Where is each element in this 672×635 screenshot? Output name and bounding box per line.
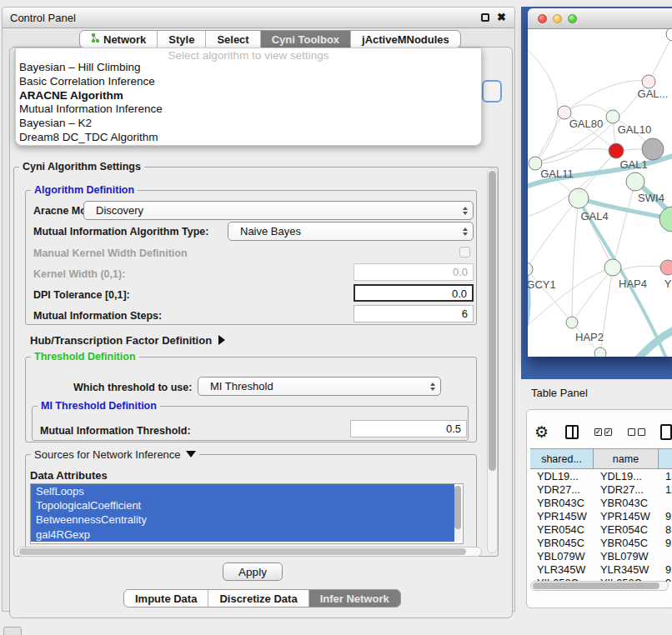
unchecked-boxes-icon[interactable] [628,428,645,436]
inference-combo-fragment[interactable] [482,80,502,102]
attribute-item-selected[interactable]: gal4RGexp [31,528,454,542]
attribute-item-selected[interactable]: SelfLoops [31,484,454,498]
table-row[interactable]: YDR27...YDR27...12 [530,482,672,496]
tab-jactivemnodules[interactable]: jActiveMNodules [350,31,460,48]
node-gal-top[interactable] [642,75,655,88]
table-horizontal-scrollbar[interactable] [530,581,669,591]
tab-label: Select [217,33,248,46]
spinner-icon [458,207,473,215]
bottom-tab-infer-network[interactable]: Infer Network [308,590,400,607]
mac-close-button[interactable] [538,14,547,23]
collapsed-arrow-icon[interactable] [218,335,225,345]
manual-kernel-width-checkbox[interactable] [459,247,470,258]
node-bottom[interactable] [594,348,606,357]
node-big-green[interactable] [659,207,672,232]
node-HAP2[interactable] [566,317,578,328]
table-row[interactable]: YLR345WYLR345W9. [530,563,672,577]
tab-style[interactable]: Style [157,31,205,48]
node-SWI4[interactable] [626,172,644,191]
node-GAL1[interactable] [609,143,624,158]
gear-icon[interactable]: ⚙ [534,422,549,442]
table-cell: YPR145W [594,510,659,522]
table-cell: YER054C [594,523,659,536]
mi-threshold-field[interactable]: 0.5 [350,420,467,438]
table-row[interactable]: YPR145WYPR145W9. [530,509,672,522]
algorithm-option[interactable]: Bayesian – K2 [16,117,481,131]
expanded-arrow-icon[interactable] [186,451,196,458]
bottom-tab-discretize-data[interactable]: Discretize Data [208,590,308,607]
bottom-tab-impute-data[interactable]: Impute Data [124,590,208,607]
settings-vertical-scrollbar[interactable] [487,168,498,553]
attribute-item-selected[interactable]: BetweennessCentrality [31,512,454,527]
mac-minimize-button[interactable] [553,14,562,23]
node-top-partial[interactable] [666,29,672,41]
algorithm-popup: Select algorithm to view settings Bayesi… [15,48,482,146]
table-row[interactable]: YBR043CYBR043C [530,496,672,509]
mi-steps-field[interactable]: 6 [354,305,474,322]
network-canvas[interactable]: GAL...GAL80GAL10GAL1GAL11SWI4GAL4GCY1HAP… [528,29,672,357]
mac-zoom-button[interactable] [568,14,577,23]
settings-horizontal-scrollbar[interactable] [17,547,482,557]
node-GAL4-label: GAL4 [580,210,608,222]
node-GAL1-label: GAL1 [619,158,647,171]
sources-title[interactable]: Sources for Network Inference [31,448,199,461]
node-GAL4[interactable] [569,188,589,208]
checked-boxes-icon[interactable]: ✓✓ [594,428,612,436]
node-GCY1[interactable] [528,262,533,276]
tab-select[interactable]: Select [205,31,259,48]
table-row[interactable]: YBL079WYBL079W [530,550,672,563]
tab-network[interactable]: Network [80,31,157,48]
tab-cyni-toolbox[interactable]: Cyni Toolbox [260,31,350,48]
apply-button[interactable]: Apply [223,562,283,581]
dpi-tolerance-field[interactable]: 0.0 [354,284,474,302]
node-GAL80-label: GAL80 [569,118,603,130]
table-row[interactable]: YBR045CYBR045C9. [530,536,672,549]
table-cell: 9. [659,537,672,549]
table-row[interactable]: YER054CYER054C8. [530,522,672,536]
table-cell: 8. [659,523,672,536]
node-HAP4[interactable] [604,259,621,276]
algorithm-option[interactable]: Bayesian – Hill Climbing [16,61,481,75]
split-columns-icon[interactable] [565,425,579,439]
algorithm-option[interactable]: ARACNE Algorithm [16,89,481,103]
dpi-tolerance-label: DPI Tolerance [0,1]: [33,289,130,301]
list-scrollbar[interactable] [454,486,461,541]
algorithm-option[interactable]: Mutual Information Inference [16,102,481,117]
table-row[interactable]: YDL19...YDL19...13 [530,469,672,482]
document-icon[interactable] [660,424,672,440]
node-GAL11-label: GAL11 [540,168,574,180]
node-GAL10[interactable] [606,110,619,123]
aracne-mode-combo[interactable]: Discovery [83,201,474,220]
table-rows: YDL19...YDL19...13YDR27...YDR27...12YBR0… [530,469,672,582]
node-table: shared...name YDL19...YDL19...13YDR27...… [530,448,672,582]
table-cell: YDR27... [530,483,594,496]
algorithm-option[interactable]: Dream8 DC_TDC Algorithm [16,131,481,145]
table-cell: YDL19... [594,470,659,482]
column-header[interactable] [659,449,672,468]
node-gray[interactable] [642,138,664,160]
node-pink-right[interactable] [660,260,672,275]
mi-threshold-label: Mutual Information Threshold: [40,425,191,437]
network-window: GAL...GAL80GAL10GAL1GAL11SWI4GAL4GCY1HAP… [528,8,672,357]
partial-button[interactable] [3,627,22,635]
tab-label: jActiveMNodules [362,33,449,46]
which-threshold-combo[interactable]: MI Threshold [198,377,441,396]
table-toolbar: ⚙ ✓✓ [531,419,672,444]
kernel-width-field[interactable]: 0.0 [354,263,474,281]
mi-algorithm-type-combo[interactable]: Naive Bayes [228,222,474,241]
mi-steps-label: Mutual Information Steps: [33,310,162,322]
column-header[interactable]: shared... [530,449,594,468]
algorithm-definition-title: Algorithm Definition [31,184,138,196]
float-icon[interactable] [481,13,489,22]
table-panel-title: Table Panel [531,387,588,399]
attribute-item-selected[interactable]: TopologicalCoefficient [31,498,454,512]
close-icon[interactable]: ✖ [497,12,506,23]
algorithm-option[interactable]: Basic Correlation Inference [16,75,481,89]
spinner-icon [458,228,473,236]
column-header[interactable]: name [594,449,659,468]
hub-definition-toggle[interactable]: Hub/Transcription Factor Definition [30,334,225,347]
data-attributes-list[interactable]: SelfLoopsTopologicalCoefficientBetweenne… [30,483,464,544]
table-cell: YBR045C [594,537,659,549]
tab-label: Infer Network [320,592,389,605]
node-GAL10-label: GAL10 [618,123,651,136]
